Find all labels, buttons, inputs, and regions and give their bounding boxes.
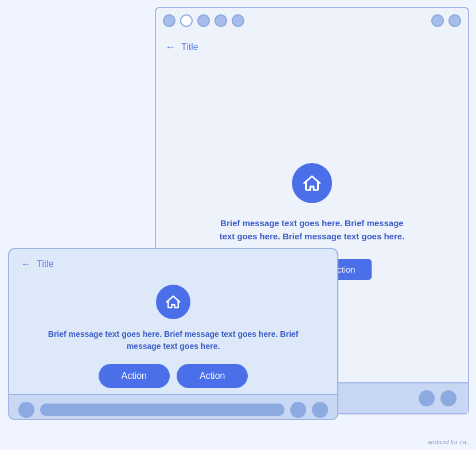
bottom-nav-dot-1 xyxy=(419,390,435,406)
home-icon xyxy=(302,173,322,193)
front-screen-action2-button[interactable]: Action xyxy=(177,364,248,388)
status-dots-right xyxy=(431,14,461,27)
status-dots-left xyxy=(163,14,244,27)
watermark: android for ca... xyxy=(428,439,471,445)
status-dot-5 xyxy=(232,14,244,27)
front-bottom-dot-2 xyxy=(290,402,306,418)
front-screen: ← Title Brief message text goes here. Br… xyxy=(8,248,338,420)
front-screen-title: Title xyxy=(37,259,54,269)
front-screen-nav-bar: ← Title xyxy=(9,249,337,279)
back-screen-message: Brief message text goes here. Brief mess… xyxy=(214,217,409,243)
status-dot-right-2 xyxy=(448,14,461,27)
back-screen-nav-bar: ← Title xyxy=(156,33,468,61)
front-screen-actions: Action Action xyxy=(99,364,248,388)
front-bottom-dot-3 xyxy=(312,402,328,418)
front-screen-content: Brief message text goes here. Brief mess… xyxy=(9,279,337,394)
status-dot-1 xyxy=(163,14,175,27)
front-home-icon-circle xyxy=(156,285,190,319)
bottom-nav-dot-2 xyxy=(440,390,457,406)
front-bottom-pill xyxy=(40,404,284,416)
status-dot-right-1 xyxy=(431,14,444,27)
status-dot-3 xyxy=(197,14,210,27)
back-screen-title: Title xyxy=(181,42,198,52)
front-screen-bottom-nav xyxy=(9,394,337,420)
home-icon-circle xyxy=(292,163,332,203)
front-bottom-dot-1 xyxy=(18,402,34,418)
front-screen-action1-button[interactable]: Action xyxy=(99,364,170,388)
front-back-arrow-icon[interactable]: ← xyxy=(21,258,31,270)
back-arrow-icon[interactable]: ← xyxy=(165,41,175,53)
status-dot-2 xyxy=(180,14,193,27)
status-bar xyxy=(156,8,468,33)
front-screen-message: Brief message text goes here. Brief mess… xyxy=(47,328,299,352)
status-dot-4 xyxy=(214,14,227,27)
front-home-icon xyxy=(165,293,182,311)
